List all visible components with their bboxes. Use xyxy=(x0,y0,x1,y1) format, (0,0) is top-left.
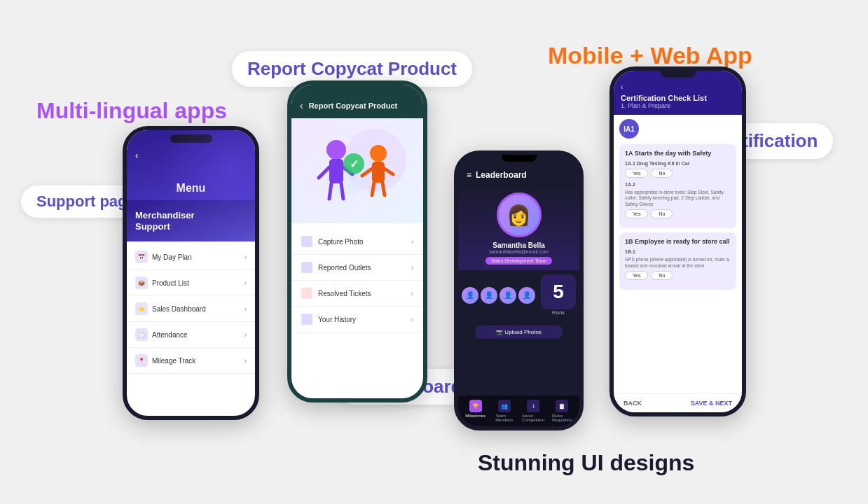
svg-line-7 xyxy=(341,183,343,199)
list-item[interactable]: Capture Photo › xyxy=(291,229,423,255)
app-logo: IA1 xyxy=(619,119,639,139)
outlets-icon xyxy=(301,262,312,273)
phone2-illustration-area: ✓ xyxy=(291,118,423,223)
item-description: Has appropriate in-store tools: Step Sto… xyxy=(625,190,731,207)
phone3-notch xyxy=(502,155,537,162)
star-icon: ⭐ xyxy=(135,302,148,315)
phone1-back-icon: ‹ xyxy=(135,150,139,161)
phone3-avatar-area: 👩 Samantha Bella samanthabella@email.com… xyxy=(458,186,579,270)
menu-item-label: Mileage Track xyxy=(152,357,240,365)
phone-menu: ‹ Menu MerchandiserSupport 📅 My Day Plan… xyxy=(123,126,259,420)
tab-label: RulesRegulation xyxy=(552,414,572,422)
list-item[interactable]: 📅 My Day Plan › xyxy=(127,244,255,270)
checklist-item: 1A.2 Has appropriate in-store tools: Ste… xyxy=(625,182,731,218)
chevron-icon: › xyxy=(411,290,413,298)
no-button[interactable]: No xyxy=(651,271,673,280)
phone4-notch xyxy=(661,71,696,78)
milestones-icon: 🏆 xyxy=(469,400,482,412)
tab-label: Milestones xyxy=(465,414,485,418)
team-icon: 👥 xyxy=(498,400,511,412)
chevron-icon: › xyxy=(244,253,247,261)
multilingual-label: Multi-lingual apps xyxy=(21,91,242,131)
list-item[interactable]: 📍 Mileage Track › xyxy=(127,348,255,374)
svg-point-2 xyxy=(326,140,346,160)
menu-item-label: Resolved Tickets xyxy=(318,290,371,298)
list-item[interactable]: Your History › xyxy=(291,307,423,332)
checklist-item: 1A.1 Drug Testing Kit in Car Yes No xyxy=(625,161,731,178)
location-icon: 📍 xyxy=(135,354,148,367)
svg-line-6 xyxy=(329,183,331,199)
certification-section-1: 1A Starts the day with Safety 1A.1 Drug … xyxy=(619,144,736,228)
tab-label: AboutCompetition xyxy=(522,414,544,422)
tab-milestones[interactable]: 🏆 Milestones xyxy=(461,400,490,422)
list-item[interactable]: Resolved Tickets › xyxy=(291,281,423,307)
avatar: 👩 xyxy=(497,192,542,237)
phone-leaderboard: ≡ Leaderboard 👩 Samantha Bella samanthab… xyxy=(454,150,584,430)
phone2-menu-items: Capture Photo › Reported Outlets › Resol… xyxy=(291,223,423,338)
certification-section-2: 1B Employee is ready for store call 1B.1… xyxy=(619,232,736,290)
yes-button[interactable]: Yes xyxy=(625,169,648,178)
svg-rect-3 xyxy=(329,159,343,183)
save-next-button[interactable]: SAVE & NEXT xyxy=(691,400,732,407)
item-id-label: 1A.1 Drug Testing Kit in Car xyxy=(625,161,731,166)
chevron-icon: › xyxy=(411,238,413,246)
phone4-header: ‹ Certification Check List 1. Plan & Pre… xyxy=(614,71,742,115)
product-icon: 📦 xyxy=(135,276,148,289)
camera-icon xyxy=(301,236,312,247)
chevron-icon: › xyxy=(411,264,413,272)
list-item[interactable]: Reported Outlets › xyxy=(291,255,423,281)
no-button[interactable]: No xyxy=(651,169,673,178)
phone1-support-box: MerchandiserSupport xyxy=(127,200,255,241)
chevron-icon: › xyxy=(244,357,247,365)
menu-item-label: Attendance xyxy=(152,331,240,339)
section-title: 1A Starts the day with Safety xyxy=(625,150,731,157)
tab-rules[interactable]: 📋 RulesRegulation xyxy=(548,400,577,422)
list-item[interactable]: 📦 Product List › xyxy=(127,270,255,296)
tab-about[interactable]: ℹ AboutCompetition xyxy=(519,400,548,422)
section-title: 1B Employee is ready for store call xyxy=(625,238,731,245)
yes-button[interactable]: Yes xyxy=(625,209,648,218)
menu-item-label: Sales Dashboard xyxy=(152,305,240,313)
svg-point-8 xyxy=(370,145,387,162)
item-id-label: 1B.1 xyxy=(625,249,731,254)
checklist-item: 1B.1 GPS phone (where applicable) is tur… xyxy=(625,249,731,280)
list-item[interactable]: 🕐 Attendance › xyxy=(127,322,255,348)
chevron-icon: › xyxy=(244,331,247,339)
phone1-header: ‹ Menu xyxy=(127,130,255,200)
phone3-title: Leaderboard xyxy=(476,170,527,180)
team-badge: Sales Development Team xyxy=(485,257,553,265)
report-illustration: ✓ xyxy=(305,125,410,216)
svg-rect-9 xyxy=(372,162,385,183)
back-button[interactable]: BACK xyxy=(624,400,642,407)
rank-display: 5 Rank xyxy=(541,274,576,316)
tab-team[interactable]: 👥 TeamMembers xyxy=(490,400,518,422)
phone2-notch xyxy=(336,85,378,93)
svg-text:✓: ✓ xyxy=(350,158,359,170)
calendar-icon: 📅 xyxy=(135,251,148,263)
phone-certification: ‹ Certification Check List 1. Plan & Pre… xyxy=(609,66,746,416)
item-description: GPS phone (where applicable) is turned o… xyxy=(625,257,731,269)
chevron-icon: › xyxy=(244,305,247,313)
phone2-title: Report Copycat Product xyxy=(309,102,398,110)
phone4-footer: BACK SAVE & NEXT xyxy=(614,393,742,412)
svg-line-13 xyxy=(383,183,385,195)
phone2-header: ‹ Report Copycat Product xyxy=(291,85,423,118)
list-item[interactable]: ⭐ Sales Dashboard › xyxy=(127,296,255,322)
phone4-title: Certification Check List xyxy=(621,94,735,102)
team-member-icon: 👤 xyxy=(500,287,516,304)
phone4-back-button[interactable]: ‹ xyxy=(621,83,735,91)
upload-section: 📷 Upload Photos xyxy=(458,320,579,344)
upload-button[interactable]: 📷 Upload Photos xyxy=(475,326,563,339)
menu-item-label: Your History xyxy=(318,316,356,323)
svg-line-12 xyxy=(372,183,374,195)
yes-no-row: Yes No xyxy=(625,209,731,218)
phone1-menu-items: 📅 My Day Plan › 📦 Product List › ⭐ Sales… xyxy=(127,241,255,377)
phone1-title: Menu xyxy=(177,182,206,195)
yes-button[interactable]: Yes xyxy=(625,271,648,280)
no-button[interactable]: No xyxy=(651,209,673,218)
yes-no-row: Yes No xyxy=(625,169,731,178)
menu-item-label: Capture Photo xyxy=(318,238,364,246)
rank-label: Rank xyxy=(552,309,565,316)
team-member-icon: 👤 xyxy=(481,287,497,304)
phone3-user-name: Samantha Bella xyxy=(492,241,544,249)
